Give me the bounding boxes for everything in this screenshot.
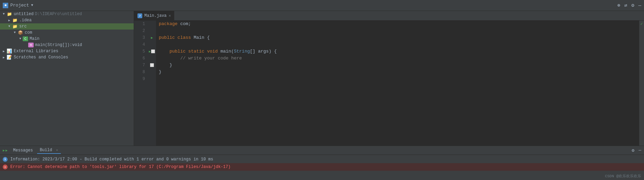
label-scratches: Scratches and Consoles [14, 55, 68, 60]
arrow-idea: ▶ [7, 19, 12, 22]
java-file-icon: J [137, 13, 142, 18]
bookmark-icon-5: ⬜ [151, 49, 155, 54]
bottom-tabs: ▶ ▶ Messages Build ✕ ⚙ — [0, 146, 644, 155]
line-num-1: 1 [134, 21, 145, 27]
sidebar-item-com[interactable]: ▼ 📦 com [0, 30, 134, 36]
bottom-messages: i Information: 2023/3/17 2:00 - Build co… [0, 155, 644, 180]
run-icon-3[interactable]: ▶ [151, 36, 153, 40]
sidebar-item-untitled[interactable]: ▼ 📁 untitled D:\IDEAPro\untitled [0, 11, 134, 17]
code-line-5: public static void main(String[] args) { [159, 48, 639, 55]
tab-build[interactable]: Build ✕ [37, 147, 61, 154]
label-external-libs: External Libraries [14, 49, 58, 54]
libs-icon: 📊 [6, 49, 12, 54]
folder-icon-com: 📦 [17, 30, 23, 35]
right-panel: ✓ [639, 21, 644, 146]
path-untitled: D:\IDEAPro\untitled [35, 12, 82, 16]
tab-build-label: Build [40, 148, 52, 153]
code-line-8: } [159, 69, 639, 76]
gutter-row-8 [148, 69, 156, 76]
code-line-3: public class Main { [159, 34, 639, 41]
editor-body[interactable]: 1 2 3 4 5 6 7 8 9 ▶ ▶ ⬜ [134, 21, 644, 146]
method-icon: m [28, 43, 34, 47]
content-area: J Main.java ✕ 1 2 3 4 5 6 7 8 9 [134, 11, 644, 146]
label-src: src [19, 24, 27, 29]
arrow-com: ▼ [12, 31, 17, 34]
sidebar-item-idea[interactable]: ▶ 📁 .idea [0, 17, 134, 23]
label-main-method: main(String[]):void [35, 43, 82, 47]
sidebar-item-scratches[interactable]: ▶ 📝 Scratches and Consoles [0, 54, 134, 60]
editor-tabs: J Main.java ✕ [134, 11, 644, 21]
minimize-icon[interactable]: — [639, 3, 641, 8]
bottom-minus-icon[interactable]: — [639, 148, 641, 153]
sync-icon[interactable]: ⇄ [624, 2, 627, 8]
arrow-src: ▼ [7, 25, 12, 28]
tab-build-close[interactable]: ✕ [56, 148, 58, 152]
label-untitled: untitled [14, 12, 34, 16]
info-icon: i [3, 157, 8, 162]
title-bar-left: ■ Project ▼ [3, 3, 614, 8]
code-line-2 [159, 27, 639, 34]
msg-text-error: Error: Cannot determine path to 'tools.j… [10, 165, 231, 169]
line-num-4: 4 [134, 41, 145, 48]
settings-icon[interactable]: ⚙ [631, 2, 634, 8]
gutter-row-4 [148, 41, 156, 48]
scratches-icon: 📝 [6, 55, 12, 60]
project-dropdown-arrow[interactable]: ▼ [31, 3, 33, 7]
play-icon-2: ▶ [5, 148, 8, 153]
gutter-row-9 [148, 76, 156, 82]
arrow-untitled: ▼ [1, 12, 6, 16]
status-checkmark: ✓ [640, 21, 643, 26]
line-num-2: 2 [134, 27, 145, 34]
message-row-error: ✕ Error: Cannot determine path to 'tools… [0, 163, 644, 171]
gutter-row-1 [148, 21, 156, 27]
label-com: com [25, 30, 32, 35]
gutter-row-7: ⬜ [148, 62, 156, 69]
main-layout: ▼ 📁 untitled D:\IDEAPro\untitled ▶ 📁 .id… [0, 11, 644, 146]
sidebar-item-main-method[interactable]: m main(String[]):void [0, 42, 134, 48]
build-icon[interactable]: ⊕ [617, 2, 620, 8]
tab-close-main-java[interactable]: ✕ [169, 13, 171, 18]
arrow-main: ▼ [18, 37, 23, 41]
sidebar: ▼ 📁 untitled D:\IDEAPro\untitled ▶ 📁 .id… [0, 11, 134, 146]
gutter: ▶ ▶ ⬜ ⬜ [148, 21, 156, 146]
folder-icon-src: 📁 [12, 24, 18, 29]
title-bar: ■ Project ▼ ⊕ ⇄ ⚙ — [0, 0, 644, 11]
class-icon-main: C [23, 36, 28, 41]
bottom-play-button[interactable]: ▶ ▶ [3, 148, 8, 153]
gutter-row-6 [148, 55, 156, 62]
line-num-3: 3 [134, 34, 145, 41]
gutter-row-3[interactable]: ▶ [148, 34, 156, 41]
tab-label-main-java: Main.java [144, 13, 167, 18]
project-title: Project [10, 3, 29, 8]
sidebar-item-main[interactable]: ▼ C Main [0, 36, 134, 42]
line-num-5: 5 [134, 48, 145, 55]
code-line-7: } [159, 62, 639, 69]
code-line-4 [159, 41, 639, 48]
sidebar-item-src[interactable]: ▼ 📁 src [0, 23, 134, 30]
bottom-gear-icon[interactable]: ⚙ [632, 148, 634, 153]
message-row-info: i Information: 2023/3/17 2:00 - Build co… [0, 156, 644, 163]
tab-messages[interactable]: Messages [10, 147, 36, 154]
bookmark-icon-7: ⬜ [150, 63, 154, 67]
bottom-panel: ▶ ▶ Messages Build ✕ ⚙ — i Information: … [0, 146, 644, 180]
line-num-8: 8 [134, 69, 145, 76]
tab-main-java[interactable]: J Main.java ✕ [134, 11, 174, 21]
watermark: CSDN @欢乐欢乐欢乐 [605, 173, 641, 179]
sidebar-item-external-libs[interactable]: ▶ 📊 External Libraries [0, 48, 134, 54]
arrow-scratches: ▶ [1, 56, 6, 59]
line-numbers: 1 2 3 4 5 6 7 8 9 [134, 21, 148, 146]
msg-text-info: Information: 2023/3/17 2:00 - Build comp… [10, 157, 213, 162]
code-line-9 [159, 76, 639, 82]
code-line-6: // write your code here [159, 55, 639, 62]
line-num-6: 6 [134, 55, 145, 62]
play-icon-1: ▶ [3, 148, 5, 153]
project-icon: ■ [3, 3, 8, 8]
gutter-row-5[interactable]: ▶ ⬜ [148, 48, 156, 55]
tab-messages-label: Messages [13, 148, 33, 153]
line-num-7: 7 [134, 62, 145, 69]
error-icon: ✕ [3, 165, 8, 169]
code-editor[interactable]: package com; public class Main { public … [156, 21, 639, 146]
arrow-external-libs: ▶ [1, 49, 6, 53]
gutter-row-2 [148, 27, 156, 34]
code-line-1: package com; [159, 21, 639, 27]
